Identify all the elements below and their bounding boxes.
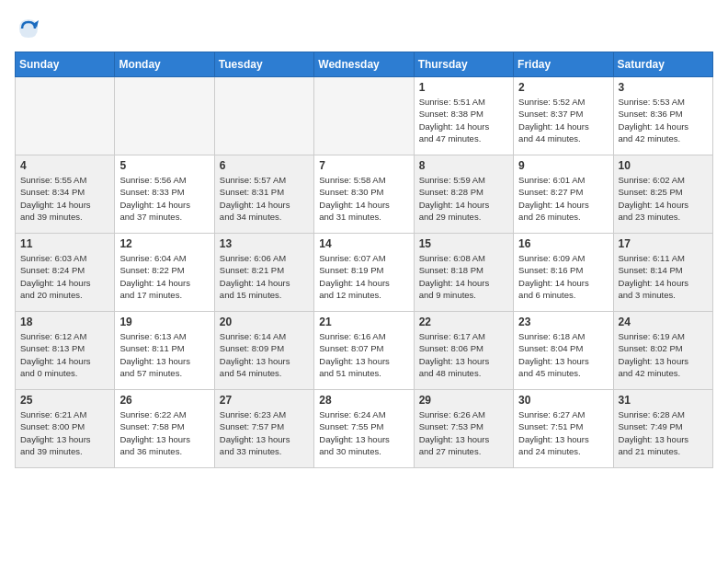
calendar-table: SundayMondayTuesdayWednesdayThursdayFrid…	[15, 52, 713, 468]
day-number: 22	[419, 316, 508, 328]
day-cell: 27Sunrise: 6:23 AMSunset: 7:57 PMDayligh…	[214, 390, 313, 468]
day-info: Sunrise: 6:11 AMSunset: 8:14 PMDaylight:…	[619, 252, 708, 301]
day-info: Sunrise: 6:16 AMSunset: 8:07 PMDaylight:…	[319, 330, 408, 379]
day-info: Sunrise: 6:03 AMSunset: 8:24 PMDaylight:…	[20, 252, 109, 301]
day-number: 30	[518, 394, 608, 407]
day-info: Sunrise: 6:07 AMSunset: 8:19 PMDaylight:…	[319, 252, 408, 301]
day-info: Sunrise: 5:56 AMSunset: 8:33 PMDaylight:…	[119, 174, 209, 223]
day-cell: 26Sunrise: 6:22 AMSunset: 7:58 PMDayligh…	[115, 390, 214, 468]
day-number: 19	[119, 316, 209, 328]
day-cell: 21Sunrise: 6:16 AMSunset: 8:07 PMDayligh…	[314, 312, 414, 390]
day-cell: 30Sunrise: 6:27 AMSunset: 7:51 PMDayligh…	[514, 390, 613, 468]
day-number: 23	[518, 316, 608, 328]
day-cell: 16Sunrise: 6:09 AMSunset: 8:16 PMDayligh…	[514, 234, 613, 312]
column-header-tuesday: Tuesday	[214, 52, 313, 77]
day-cell: 23Sunrise: 6:18 AMSunset: 8:04 PMDayligh…	[514, 312, 613, 390]
day-number: 3	[619, 81, 708, 94]
day-number: 27	[220, 394, 309, 407]
day-number: 28	[319, 394, 408, 407]
day-info: Sunrise: 6:22 AMSunset: 7:58 PMDaylight:…	[119, 408, 209, 457]
day-cell: 4Sunrise: 5:55 AMSunset: 8:34 PMDaylight…	[16, 155, 115, 234]
day-cell: 13Sunrise: 6:06 AMSunset: 8:21 PMDayligh…	[214, 234, 313, 312]
day-info: Sunrise: 6:27 AMSunset: 7:51 PMDaylight:…	[518, 408, 608, 457]
day-cell	[115, 77, 214, 155]
day-cell: 11Sunrise: 6:03 AMSunset: 8:24 PMDayligh…	[16, 234, 115, 312]
day-number: 20	[220, 316, 309, 328]
day-info: Sunrise: 5:58 AMSunset: 8:30 PMDaylight:…	[319, 174, 408, 223]
day-cell: 15Sunrise: 6:08 AMSunset: 8:18 PMDayligh…	[414, 234, 513, 312]
day-cell: 25Sunrise: 6:21 AMSunset: 8:00 PMDayligh…	[16, 390, 115, 468]
day-number: 15	[419, 237, 508, 250]
day-number: 9	[518, 159, 608, 172]
day-number: 2	[518, 81, 608, 94]
day-number: 17	[619, 237, 708, 250]
column-header-monday: Monday	[115, 52, 214, 77]
day-info: Sunrise: 6:24 AMSunset: 7:55 PMDaylight:…	[319, 408, 408, 457]
day-cell: 1Sunrise: 5:51 AMSunset: 8:38 PMDaylight…	[414, 77, 513, 155]
day-number: 1	[419, 81, 508, 94]
day-cell: 6Sunrise: 5:57 AMSunset: 8:31 PMDaylight…	[214, 155, 313, 234]
day-number: 6	[220, 159, 309, 172]
day-cell: 24Sunrise: 6:19 AMSunset: 8:02 PMDayligh…	[613, 312, 712, 390]
day-cell: 12Sunrise: 6:04 AMSunset: 8:22 PMDayligh…	[115, 234, 214, 312]
day-cell	[314, 77, 414, 155]
day-info: Sunrise: 5:52 AMSunset: 8:37 PMDaylight:…	[518, 96, 608, 144]
day-number: 10	[619, 159, 708, 172]
day-info: Sunrise: 6:02 AMSunset: 8:25 PMDaylight:…	[619, 174, 708, 223]
day-info: Sunrise: 5:55 AMSunset: 8:34 PMDaylight:…	[20, 174, 109, 223]
day-info: Sunrise: 6:19 AMSunset: 8:02 PMDaylight:…	[619, 330, 708, 379]
day-info: Sunrise: 6:26 AMSunset: 7:53 PMDaylight:…	[419, 408, 508, 457]
page-header	[15, 15, 713, 42]
day-number: 21	[319, 316, 408, 328]
column-header-sunday: Sunday	[16, 52, 115, 77]
day-info: Sunrise: 6:13 AMSunset: 8:11 PMDaylight:…	[119, 330, 209, 379]
logo-icon	[15, 15, 42, 42]
day-cell: 31Sunrise: 6:28 AMSunset: 7:49 PMDayligh…	[613, 390, 712, 468]
day-number: 14	[319, 237, 408, 250]
day-cell	[16, 77, 115, 155]
day-number: 8	[419, 159, 508, 172]
column-header-wednesday: Wednesday	[314, 52, 414, 77]
day-cell: 8Sunrise: 5:59 AMSunset: 8:28 PMDaylight…	[414, 155, 513, 234]
week-row-3: 11Sunrise: 6:03 AMSunset: 8:24 PMDayligh…	[16, 234, 713, 312]
day-info: Sunrise: 6:28 AMSunset: 7:49 PMDaylight:…	[619, 408, 708, 457]
day-cell: 5Sunrise: 5:56 AMSunset: 8:33 PMDaylight…	[115, 155, 214, 234]
day-number: 11	[20, 237, 109, 250]
day-cell: 18Sunrise: 6:12 AMSunset: 8:13 PMDayligh…	[16, 312, 115, 390]
column-header-saturday: Saturday	[613, 52, 712, 77]
day-info: Sunrise: 6:21 AMSunset: 8:00 PMDaylight:…	[20, 408, 109, 457]
day-number: 12	[119, 237, 209, 250]
day-cell	[214, 77, 313, 155]
day-number: 26	[119, 394, 209, 407]
day-cell: 17Sunrise: 6:11 AMSunset: 8:14 PMDayligh…	[613, 234, 712, 312]
header-row: SundayMondayTuesdayWednesdayThursdayFrid…	[16, 52, 713, 77]
day-info: Sunrise: 6:01 AMSunset: 8:27 PMDaylight:…	[518, 174, 608, 223]
day-info: Sunrise: 5:51 AMSunset: 8:38 PMDaylight:…	[419, 96, 508, 144]
day-cell: 29Sunrise: 6:26 AMSunset: 7:53 PMDayligh…	[414, 390, 513, 468]
day-cell: 22Sunrise: 6:17 AMSunset: 8:06 PMDayligh…	[414, 312, 513, 390]
day-info: Sunrise: 6:18 AMSunset: 8:04 PMDaylight:…	[518, 330, 608, 379]
day-info: Sunrise: 5:53 AMSunset: 8:36 PMDaylight:…	[619, 96, 708, 144]
day-cell: 28Sunrise: 6:24 AMSunset: 7:55 PMDayligh…	[314, 390, 414, 468]
day-number: 24	[619, 316, 708, 328]
day-info: Sunrise: 6:04 AMSunset: 8:22 PMDaylight:…	[119, 252, 209, 301]
day-info: Sunrise: 5:59 AMSunset: 8:28 PMDaylight:…	[419, 174, 508, 223]
day-cell: 7Sunrise: 5:58 AMSunset: 8:30 PMDaylight…	[314, 155, 414, 234]
day-number: 16	[518, 237, 608, 250]
day-cell: 9Sunrise: 6:01 AMSunset: 8:27 PMDaylight…	[514, 155, 613, 234]
day-info: Sunrise: 6:14 AMSunset: 8:09 PMDaylight:…	[220, 330, 309, 379]
day-cell: 10Sunrise: 6:02 AMSunset: 8:25 PMDayligh…	[613, 155, 712, 234]
day-cell: 2Sunrise: 5:52 AMSunset: 8:37 PMDaylight…	[514, 77, 613, 155]
day-number: 13	[220, 237, 309, 250]
day-info: Sunrise: 6:17 AMSunset: 8:06 PMDaylight:…	[419, 330, 508, 379]
week-row-5: 25Sunrise: 6:21 AMSunset: 8:00 PMDayligh…	[16, 390, 713, 468]
week-row-4: 18Sunrise: 6:12 AMSunset: 8:13 PMDayligh…	[16, 312, 713, 390]
week-row-1: 1Sunrise: 5:51 AMSunset: 8:38 PMDaylight…	[16, 77, 713, 155]
column-header-thursday: Thursday	[414, 52, 513, 77]
day-info: Sunrise: 6:06 AMSunset: 8:21 PMDaylight:…	[220, 252, 309, 301]
column-header-friday: Friday	[514, 52, 613, 77]
day-info: Sunrise: 6:08 AMSunset: 8:18 PMDaylight:…	[419, 252, 508, 301]
day-number: 7	[319, 159, 408, 172]
day-number: 5	[119, 159, 209, 172]
day-number: 31	[619, 394, 708, 407]
